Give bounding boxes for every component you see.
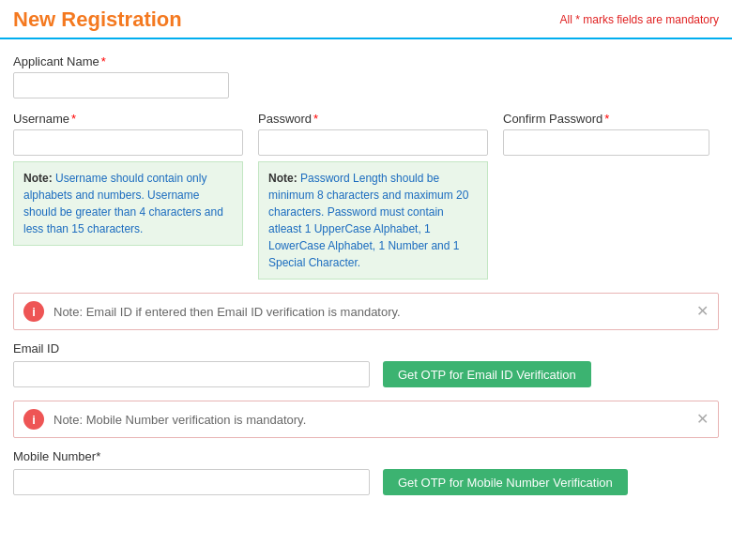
applicant-name-label: Applicant Name* [13, 54, 719, 68]
page-title: New Registration [13, 8, 182, 32]
username-note-text: Username should contain only alphabets a… [23, 172, 223, 235]
email-section: Email ID Get OTP for Email ID Verificati… [13, 341, 719, 387]
mobile-row: Get OTP for Mobile Number Verification [13, 469, 719, 495]
email-alert-text: Note: Email ID if entered then Email ID … [53, 305, 689, 319]
confirm-password-col: Confirm Password* [503, 112, 709, 156]
mobile-otp-button[interactable]: Get OTP for Mobile Number Verification [383, 469, 628, 495]
email-otp-button[interactable]: Get OTP for Email ID Verification [383, 361, 591, 387]
mobile-alert-close-button[interactable]: ✕ [696, 412, 709, 427]
username-col: Username* Note: Username should contain … [13, 112, 243, 246]
email-alert-icon: i [23, 301, 44, 322]
mandatory-note: All * marks fields are mandatory [560, 13, 719, 26]
username-label: Username* [13, 112, 243, 126]
mobile-number-label: Mobile Number* [13, 449, 719, 463]
password-input[interactable] [258, 129, 488, 156]
password-label: Password* [258, 112, 488, 126]
password-note-label: Note: [268, 172, 297, 185]
password-note-box: Note: Password Length should be minimum … [258, 161, 488, 280]
mobile-alert-icon: i [23, 409, 44, 430]
mobile-input[interactable] [13, 469, 370, 495]
page-header: New Registration All * marks fields are … [0, 0, 732, 39]
confirm-password-input[interactable] [503, 129, 709, 156]
mobile-alert-bar: i Note: Mobile Number verification is ma… [13, 401, 719, 438]
applicant-name-input[interactable] [13, 72, 229, 98]
email-input[interactable] [13, 361, 370, 387]
mobile-section: Mobile Number* Get OTP for Mobile Number… [13, 449, 719, 495]
mobile-alert-text: Note: Mobile Number verification is mand… [53, 413, 689, 427]
email-alert-bar: i Note: Email ID if entered then Email I… [13, 293, 719, 330]
username-note-box: Note: Username should contain only alpha… [13, 161, 243, 246]
form-body: Applicant Name* Username* Note: Username… [0, 39, 732, 514]
email-row: Get OTP for Email ID Verification [13, 361, 719, 387]
email-alert-close-button[interactable]: ✕ [696, 304, 709, 319]
email-id-label: Email ID [13, 341, 719, 356]
username-input[interactable] [13, 129, 243, 156]
confirm-password-label: Confirm Password* [503, 112, 709, 126]
applicant-name-row: Applicant Name* [13, 54, 719, 98]
password-note-text: Password Length should be minimum 8 char… [268, 172, 468, 269]
password-col: Password* Note: Password Length should b… [258, 112, 488, 280]
credentials-row: Username* Note: Username should contain … [13, 112, 719, 280]
username-note-label: Note: [23, 172, 53, 185]
